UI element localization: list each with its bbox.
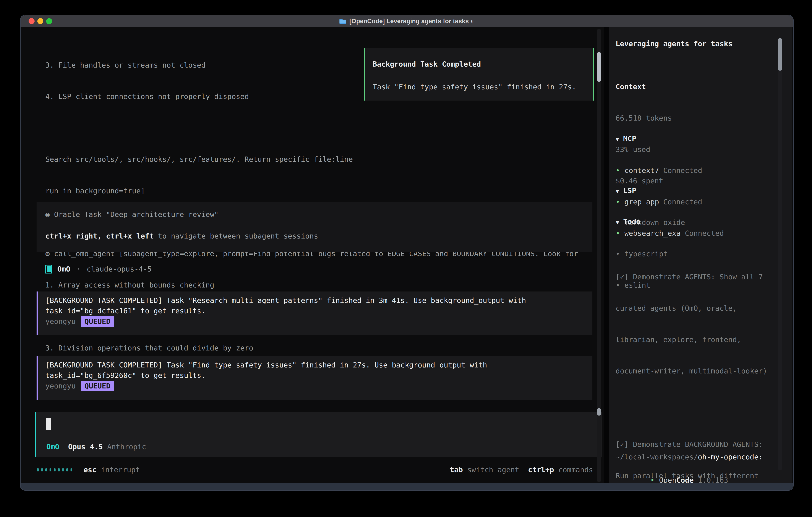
esc-key-hint: esc	[84, 465, 96, 475]
statusbar-left: esc interrupt	[37, 465, 140, 475]
session-title: Leveraging agents for tasks	[616, 38, 732, 49]
separator-dot: ·	[76, 264, 81, 274]
chevron-down-icon: ▼	[616, 217, 619, 227]
input-agent-name[interactable]: OmO	[46, 442, 59, 452]
agent-model: claude-opus-4-5	[87, 264, 152, 274]
activity-dots-icon	[37, 468, 72, 471]
transcript-line: Search src/tools/, src/hooks/, src/featu…	[46, 154, 578, 165]
sidebar-divider	[604, 27, 609, 483]
tab-key-hint: tab	[450, 465, 463, 475]
notification-title: Background Task Completed	[365, 48, 593, 70]
transcript-text: 3. File handles or streams not closed 4.…	[46, 39, 578, 469]
oracle-task-title: Oracle Task "Deep architecture review"	[54, 210, 219, 219]
zoom-button[interactable]	[46, 18, 52, 24]
workspace-prefix: ~/local-workspaces/	[616, 453, 698, 461]
notification-body: Task "Find type safety issues" finished …	[365, 70, 593, 92]
task-message-meta: yeongyuQUEUED	[46, 316, 592, 327]
text-cursor	[46, 418, 51, 430]
window-titlebar[interactable]: [OpenCode] Leveraging agents for tasks ◐	[21, 16, 793, 27]
transcript-line	[46, 123, 578, 133]
desktop-background: [OpenCode] Leveraging agents for tasks ◐…	[0, 0, 812, 517]
context-heading: Context	[616, 82, 672, 92]
prompt-input[interactable]: OmO Opus 4.5 Anthropic	[35, 412, 602, 457]
input-status-row: OmO Opus 4.5 Anthropic	[46, 442, 146, 452]
sidebar-scrollbar[interactable]	[778, 38, 782, 470]
minimize-button[interactable]	[37, 18, 44, 24]
folder-icon	[339, 19, 346, 24]
shortcut-keys: ctrl+x right, ctrl+x left	[46, 232, 154, 240]
task-message-line1: [BACKGROUND TASK COMPLETED] Task "Find t…	[46, 360, 592, 370]
shortcut-description: to navigate between subagent sessions	[154, 232, 318, 240]
main-scrollbar-marker[interactable]	[597, 408, 601, 416]
target-icon: ◉	[46, 210, 50, 219]
task-user: yeongyu	[46, 382, 76, 390]
oracle-task-title-line: ◉ Oracle Task "Deep architecture review"	[36, 202, 592, 220]
app-window: [OpenCode] Leveraging agents for tasks ◐…	[20, 15, 793, 491]
sidebar: Leveraging agents for tasks Context 66,5…	[609, 27, 792, 483]
queued-badge: QUEUED	[81, 381, 114, 391]
input-model-name[interactable]: Opus 4.5	[68, 442, 103, 452]
lsp-heading: LSP	[623, 187, 636, 195]
todo-heading: Todo	[623, 218, 641, 226]
mcp-section-header[interactable]: ▼MCP	[616, 134, 724, 144]
todo-item-done: [✓] Demonstrate AGENTS: Show all 7 curat…	[616, 251, 776, 398]
mcp-heading: MCP	[623, 135, 636, 143]
transcript-line: run_in_background=true]	[46, 186, 578, 196]
task-message-2: [BACKGROUND TASK COMPLETED] Task "Find t…	[36, 356, 592, 400]
transcript-line: 1. Array access without bounds checking	[46, 280, 578, 290]
tab-key-label: switch agent	[467, 465, 519, 475]
background-task-notification: Background Task Completed Task "Find typ…	[364, 48, 593, 101]
workspace-repo: oh-my-opencode:	[698, 453, 763, 461]
subagent-navigation-hint: ctrl+x right, ctrl+x left to navigate be…	[36, 220, 592, 241]
main-scrollbar-thumb[interactable]	[597, 52, 601, 82]
statusbar-right: tab switch agent ctrl+p commands	[450, 465, 593, 475]
task-message-1: [BACKGROUND TASK COMPLETED] Task "Resear…	[36, 292, 592, 335]
transcript-line: 3. Division operations that could divide…	[46, 343, 578, 353]
task-message-line1: [BACKGROUND TASK COMPLETED] Task "Resear…	[46, 295, 592, 306]
esc-key-label: interrupt	[101, 465, 140, 475]
window-bottom-edge	[21, 483, 793, 490]
input-provider-name: Anthropic	[107, 442, 146, 452]
sidebar-scrollbar-thumb[interactable]	[778, 38, 782, 71]
window-title-text: [OpenCode] Leveraging agents for tasks ◐	[349, 18, 474, 25]
oracle-task-box: ◉ Oracle Task "Deep architecture review"…	[36, 202, 592, 252]
lsp-section-header[interactable]: ▼LSP	[616, 186, 685, 196]
agent-header: OmO · claude-opus-4-5	[46, 264, 152, 274]
task-message-line2: task_id="bg_dcfac161" to get results.	[46, 306, 592, 316]
task-message-line2: task_id="bg_6f59260c" to get results.	[46, 370, 592, 381]
task-user: yeongyu	[46, 317, 76, 325]
main-scrollbar[interactable]	[597, 29, 601, 483]
ctrlp-key-label: commands	[558, 465, 593, 475]
queued-badge: QUEUED	[81, 316, 114, 327]
ctrlp-key-hint: ctrl+p	[528, 465, 554, 475]
agent-checkbox-icon	[46, 265, 52, 273]
window-title: [OpenCode] Leveraging agents for tasks ◐	[339, 18, 474, 25]
agent-name: OmO	[57, 264, 70, 274]
task-message-meta: yeongyuQUEUED	[46, 381, 592, 391]
chevron-down-icon: ▼	[616, 186, 619, 196]
chevron-down-icon: ▼	[616, 134, 619, 144]
traffic-lights	[29, 16, 52, 27]
close-button[interactable]	[29, 18, 35, 24]
todo-section-header[interactable]: ▼Todo	[616, 217, 641, 227]
